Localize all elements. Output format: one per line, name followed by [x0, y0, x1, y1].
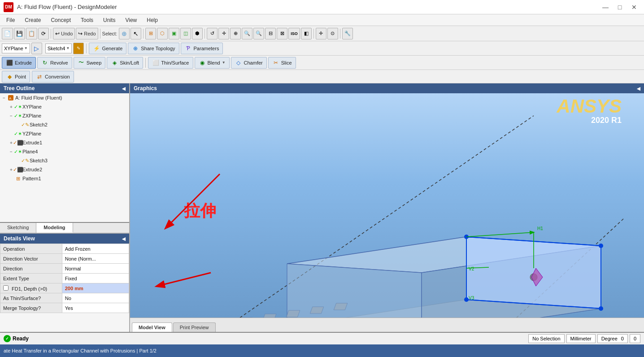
view-btn-2[interactable]: ⬡ [157, 28, 168, 39]
detail-value-extent-type[interactable]: Fixed [62, 274, 129, 283]
close-button[interactable]: ✕ [628, 2, 640, 12]
tree-item-root[interactable]: − A A: Fluid Flow (Fluent) [0, 93, 129, 102]
svg-rect-12 [286, 310, 300, 317]
extrude-label: Extrude [15, 60, 32, 65]
sweep-button[interactable]: 〜 Sweep [74, 57, 106, 69]
graphics-area[interactable]: Graphics ◀ ANSYS 2020 R1 拉伸 [130, 83, 644, 332]
detail-value-thin-surface[interactable]: No [62, 293, 129, 303]
window-title: A: Fluid Flow (Fluent) - DesignModeler [17, 4, 117, 10]
graphics-pin-icon[interactable]: ◀ [637, 86, 640, 91]
tab-sketching[interactable]: Sketching [0, 223, 36, 233]
tree-item-pattern1[interactable]: ⊞ Pattern1 [0, 174, 129, 183]
tree-label-yzplane: YZPlane [22, 131, 41, 136]
detail-value-operation[interactable]: Add Frozen [62, 244, 129, 254]
tree-item-extrude2[interactable]: + ✓⬛ Extrude2 [0, 165, 129, 174]
generate-icon: ⚡ [93, 45, 100, 52]
detail-row-merge-topology: Merge Topology? Yes [0, 303, 129, 313]
tree-item-yzplane[interactable]: ✓✶ YZPlane [0, 129, 129, 138]
detail-value-direction-vector[interactable]: None (Norm... [62, 254, 129, 264]
details-pin-icon[interactable]: ◀ [122, 236, 126, 241]
detail-value-depth[interactable]: 200 mm [62, 283, 129, 293]
sketch-icon-btn[interactable]: ✎ [73, 43, 84, 54]
tree-item-extrude1[interactable]: + ✓⬛ Extrude1 [0, 138, 129, 147]
tree-outline-panel: Tree Outline ◀ − A A: Fluid Flow (Fluent… [0, 83, 129, 223]
redo-button[interactable]: ↪ Redo [76, 28, 98, 39]
wireframe-btn[interactable]: ◧ [301, 28, 312, 39]
tree-outline-header: Tree Outline ◀ [0, 83, 129, 93]
sketch-dropdown[interactable]: Sketch4 ▼ [45, 44, 72, 53]
view-btn-1[interactable]: ⊞ [145, 28, 156, 39]
menu-create[interactable]: Create [20, 16, 45, 24]
select-mode-2[interactable]: ↖ [131, 28, 141, 39]
model-viewport[interactable]: H1 V2 V3 Y Z [130, 93, 644, 332]
tab-modeling[interactable]: Modeling [36, 223, 73, 233]
revolve-button[interactable]: ↻ Revolve [37, 57, 72, 69]
tree-expand-plane4: − [8, 149, 14, 154]
zoom-fit-btn[interactable]: ⊕ [230, 28, 241, 39]
extrude-icon: ⬛ [6, 59, 13, 66]
toolbar-separator-gen [86, 44, 87, 53]
undo-button[interactable]: ↩ Undo [53, 28, 75, 39]
app-container: DM A: Fluid Flow (Fluent) - DesignModele… [0, 0, 644, 357]
plane-arrow-btn[interactable]: ▷ [31, 43, 42, 54]
tree-pin-icon[interactable]: ◀ [122, 86, 126, 91]
save-as-button[interactable]: 📋 [26, 28, 37, 39]
rotate-btn[interactable]: ↺ [207, 28, 218, 39]
detail-value-direction[interactable]: Normal [62, 264, 129, 274]
plane-dropdown[interactable]: XYPlane ▼ [2, 44, 30, 53]
menu-help[interactable]: Help [142, 16, 162, 24]
menu-tools[interactable]: Tools [76, 16, 98, 24]
view-btn-4[interactable]: ◫ [180, 28, 191, 39]
blend-button[interactable]: ◉ Blend ▼ [195, 57, 230, 69]
save-button[interactable]: 💾 [14, 28, 25, 39]
view-btn-3[interactable]: ▣ [169, 28, 179, 39]
tree-icon-extrude1: ✓⬛ [14, 139, 22, 146]
new-button[interactable]: 📄 [2, 28, 13, 39]
generate-button[interactable]: ⚡ Generate [89, 43, 126, 54]
zoom-box-btn[interactable]: ⊟ [265, 28, 276, 39]
cursor-btn[interactable]: ✛ [316, 28, 326, 39]
conversion-button[interactable]: ⇄ Conversion [32, 71, 74, 83]
parameters-button[interactable]: Ƥ Parameters [181, 43, 223, 54]
point-button[interactable]: ◆ Point [2, 71, 30, 83]
maximize-button[interactable]: □ [614, 2, 626, 12]
titlebar-left: DM A: Fluid Flow (Fluent) - DesignModele… [4, 2, 117, 12]
tree-item-sketch2[interactable]: ✓✎ Sketch2 [0, 120, 129, 129]
share-topology-button[interactable]: ⊕ Share Topology [128, 43, 179, 54]
zoom-all-btn[interactable]: ⊠ [277, 28, 287, 39]
tree-item-zxplane[interactable]: − ✓✶ ZXPlane [0, 111, 129, 120]
detail-value-merge-topology[interactable]: Yes [62, 303, 129, 313]
bottom-tabs: Model View Print Preview [130, 318, 644, 332]
slice-button[interactable]: ✂ Slice [268, 57, 296, 69]
thin-surface-button[interactable]: ⬜ Thin/Surface [148, 57, 193, 69]
extrude-button[interactable]: ⬛ Extrude [2, 57, 36, 69]
tree-item-sketch3[interactable]: ✓✎ Sketch3 [0, 156, 129, 165]
toolbar-separator-3 [143, 29, 144, 39]
menu-units[interactable]: Units [99, 16, 120, 24]
skin-loft-button[interactable]: ◈ Skin/Loft [107, 57, 143, 69]
view-btn-5[interactable]: ⬢ [192, 28, 203, 39]
select-mode-1[interactable]: ⊕ [119, 28, 130, 39]
refresh-button[interactable]: ⟳ [38, 28, 49, 39]
chamfer-button[interactable]: ◇ Chamfer [231, 57, 267, 69]
menu-file[interactable]: File [2, 16, 19, 24]
tab-print-preview[interactable]: Print Preview [173, 322, 216, 332]
zoom-out-btn[interactable]: 🔍 [253, 28, 264, 39]
sketch-model-tabs: Sketching Modeling [0, 223, 129, 233]
dimension-btn[interactable]: ⊙ [327, 28, 338, 39]
detail-row-extent-type: Extent Type Fixed [0, 274, 129, 283]
tree-item-xyplane[interactable]: + ✓✶ XYPlane [0, 102, 129, 111]
extra-btn[interactable]: 🔧 [342, 28, 353, 39]
tree-expand-root: − [1, 96, 7, 100]
tree-label-extrude2: Extrude2 [22, 167, 42, 172]
tree-label-pattern1: Pattern1 [22, 176, 41, 181]
zoom-in-btn[interactable]: 🔍 [242, 28, 252, 39]
menu-view[interactable]: View [121, 16, 141, 24]
menu-concept[interactable]: Concept [46, 16, 75, 24]
tree-item-plane4[interactable]: − ✓✶ Plane4 [0, 147, 129, 156]
tab-model-view[interactable]: Model View [132, 322, 172, 332]
pan-btn[interactable]: ✛ [218, 28, 229, 39]
iso-view-btn[interactable]: ISO [288, 28, 300, 39]
depth-checkbox[interactable] [3, 285, 9, 291]
minimize-button[interactable]: — [599, 2, 612, 12]
